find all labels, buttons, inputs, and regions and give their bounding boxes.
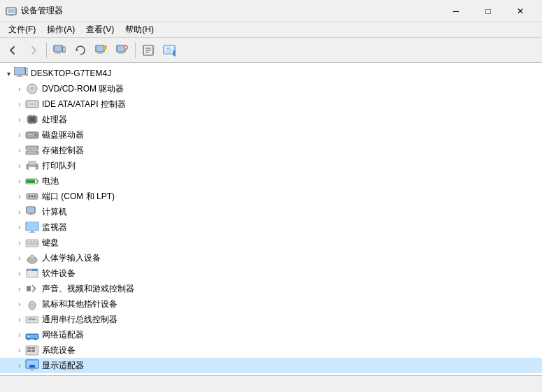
close-button[interactable]: ✕ — [504, 0, 536, 22]
svg-point-9 — [64, 51, 64, 52]
device-tree[interactable]: ▾ DESKTOP-G7TEM4J › DVD/CD-ROM 驱动器 — [0, 63, 542, 375]
svg-rect-94 — [27, 243, 29, 245]
svg-rect-46 — [27, 103, 37, 106]
expand-arrow-port[interactable]: › — [14, 191, 25, 202]
toolbar-computer-button[interactable] — [50, 41, 69, 60]
menu-file[interactable]: 文件(F) — [3, 22, 41, 37]
expand-arrow-sysdev[interactable]: › — [14, 344, 25, 356]
menu-view[interactable]: 查看(V) — [80, 22, 120, 37]
title-bar: 设备管理器 ─ □ ✕ — [0, 0, 542, 22]
label-port: 端口 (COM 和 LPT) — [42, 191, 115, 203]
tree-item-sysdev[interactable]: › 系统设备 — [0, 342, 542, 358]
svg-rect-86 — [27, 223, 38, 230]
tree-item-display[interactable]: › 显示适配器 — [0, 358, 542, 373]
svg-rect-105 — [27, 286, 31, 291]
tree-item-print[interactable]: › 打印队列 — [0, 158, 542, 173]
tree-item-serial[interactable]: › 通用串行总线控制器 — [0, 312, 542, 327]
expand-arrow-software[interactable]: › — [14, 268, 25, 279]
minimize-button[interactable]: ─ — [440, 0, 472, 22]
svg-rect-109 — [26, 317, 38, 323]
tree-item-ide[interactable]: › IDE ATA/ATAPI 控制器 — [0, 96, 542, 112]
label-battery: 电池 — [42, 175, 59, 187]
label-dvd: DVD/CD-ROM 驱动器 — [42, 83, 124, 95]
expand-arrow-hdd[interactable]: › — [14, 129, 25, 140]
label-audioinout: 音频输入和输出 — [42, 375, 101, 376]
window-icon — [6, 6, 17, 17]
expand-arrow-storage[interactable]: › — [14, 145, 25, 156]
expand-arrow-monitor[interactable]: › — [14, 222, 25, 233]
tree-item-storage[interactable]: › 存储控制器 — [0, 143, 542, 158]
svg-rect-131 — [29, 370, 35, 370]
back-button[interactable] — [3, 41, 22, 60]
svg-rect-36 — [18, 75, 21, 76]
tree-item-port[interactable]: › 端口 (COM 和 LPT) — [0, 189, 542, 204]
tree-root[interactable]: ▾ DESKTOP-G7TEM4J — [0, 66, 542, 81]
icon-audioinout — [25, 374, 39, 375]
expand-arrow-computer[interactable]: › — [14, 206, 25, 217]
maximize-button[interactable]: □ — [472, 0, 504, 22]
svg-rect-35 — [15, 68, 24, 74]
tree-item-audio[interactable]: › 声音、视频和游戏控制器 — [0, 281, 542, 296]
tree-item-cpu[interactable]: › 处理器 — [0, 112, 542, 127]
svg-point-73 — [35, 166, 36, 167]
svg-point-78 — [29, 196, 30, 197]
forward-button[interactable] — [24, 41, 43, 60]
expand-arrow-network[interactable]: › — [14, 329, 25, 340]
toolbar-help-button[interactable] — [159, 41, 179, 60]
svg-point-104 — [30, 270, 31, 271]
icon-ide — [25, 97, 39, 111]
svg-rect-5 — [57, 52, 59, 53]
tree-item-network[interactable]: › 网络适配器 — [0, 327, 542, 342]
toolbar-update-button[interactable]: ! — [92, 41, 111, 60]
svg-rect-18 — [117, 46, 124, 51]
icon-dvd — [25, 82, 39, 96]
icon-monitor — [25, 220, 39, 234]
expand-arrow-mouse[interactable]: › — [14, 298, 25, 310]
svg-rect-39 — [27, 69, 28, 74]
svg-rect-71 — [29, 161, 36, 165]
label-software: 软件设备 — [42, 268, 76, 280]
expand-arrow-battery[interactable]: › — [14, 175, 25, 187]
tree-item-hid[interactable]: › 人体学输入设备 — [0, 250, 542, 266]
menu-help[interactable]: 帮助(H) — [120, 22, 159, 37]
expand-arrow-print[interactable]: › — [14, 160, 25, 171]
tree-item-hdd[interactable]: › 磁盘驱动器 — [0, 127, 542, 143]
label-mouse: 鼠标和其他指针设备 — [42, 298, 117, 310]
expand-arrow-hid[interactable]: › — [14, 252, 25, 263]
svg-rect-96 — [35, 243, 38, 245]
tree-item-audioinout[interactable]: › 音频输入和输出 — [0, 373, 542, 375]
tree-item-mouse[interactable]: › 鼠标和其他指针设备 — [0, 296, 542, 312]
label-keyboard: 键盘 — [42, 237, 59, 249]
expand-arrow-keyboard[interactable]: › — [14, 237, 25, 248]
svg-rect-120 — [27, 339, 30, 340]
svg-point-80 — [34, 196, 36, 197]
toolbar-remove-button[interactable] — [113, 41, 132, 60]
tree-item-keyboard[interactable]: › 键盘 — [0, 235, 542, 250]
label-serial: 通用串行总线控制器 — [42, 314, 117, 326]
toolbar-properties-button[interactable] — [138, 41, 158, 60]
svg-point-111 — [30, 319, 31, 321]
tree-item-computer[interactable]: › 计算机 — [0, 204, 542, 219]
tree-item-monitor[interactable]: › 监视器 — [0, 219, 542, 235]
expand-arrow-serial[interactable]: › — [14, 314, 25, 325]
root-expand-arrow[interactable]: ▾ — [3, 68, 14, 79]
svg-point-40 — [27, 75, 27, 76]
icon-computer — [25, 205, 39, 219]
menu-action[interactable]: 操作(A) — [41, 22, 80, 37]
svg-marker-129 — [29, 365, 35, 368]
expand-arrow-display[interactable]: › — [14, 360, 25, 371]
svg-rect-93 — [36, 241, 38, 242]
svg-rect-65 — [27, 133, 33, 135]
tree-item-battery[interactable]: › 电池 — [0, 173, 542, 189]
expand-arrow-audio[interactable]: › — [14, 283, 25, 294]
svg-rect-72 — [29, 167, 36, 170]
svg-rect-13 — [99, 52, 101, 53]
tree-item-software[interactable]: › 软件设备 — [0, 266, 542, 281]
svg-rect-83 — [29, 213, 32, 215]
svg-rect-19 — [120, 52, 122, 53]
tree-item-dvd[interactable]: › DVD/CD-ROM 驱动器 — [0, 81, 542, 96]
expand-arrow-ide[interactable]: › — [14, 99, 25, 110]
expand-arrow-dvd[interactable]: › — [14, 83, 25, 94]
expand-arrow-cpu[interactable]: › — [14, 114, 25, 125]
toolbar-refresh-button[interactable] — [71, 41, 90, 60]
